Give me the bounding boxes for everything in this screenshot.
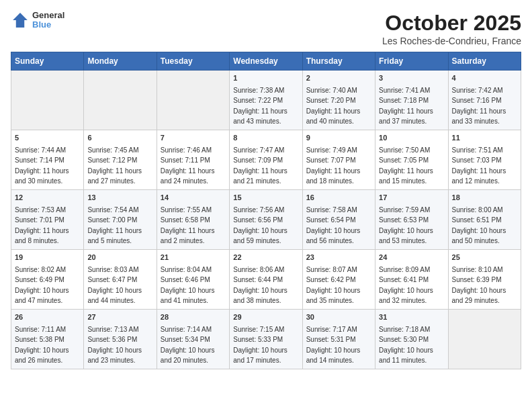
day-header-thursday: Thursday [302, 52, 375, 71]
day-cell: 30Sunrise: 7:17 AM Sunset: 5:31 PM Dayli… [302, 309, 375, 369]
day-info: Sunrise: 7:49 AM Sunset: 7:07 PM Dayligh… [306, 146, 361, 185]
day-number: 12 [15, 193, 80, 203]
day-number: 13 [87, 193, 152, 203]
day-info: Sunrise: 7:50 AM Sunset: 7:05 PM Dayligh… [379, 146, 433, 185]
day-cell [448, 309, 521, 369]
day-info: Sunrise: 7:38 AM Sunset: 7:22 PM Dayligh… [233, 87, 287, 126]
day-info: Sunrise: 7:18 AM Sunset: 5:30 PM Dayligh… [379, 326, 433, 365]
day-info: Sunrise: 8:06 AM Sunset: 6:44 PM Dayligh… [233, 266, 287, 305]
day-info: Sunrise: 8:02 AM Sunset: 6:49 PM Dayligh… [15, 266, 69, 305]
day-cell: 4Sunrise: 7:42 AM Sunset: 7:16 PM Daylig… [448, 71, 521, 130]
day-number: 3 [379, 73, 444, 84]
day-number: 27 [87, 312, 152, 323]
day-info: Sunrise: 8:03 AM Sunset: 6:47 PM Dayligh… [87, 266, 142, 305]
day-info: Sunrise: 7:44 AM Sunset: 7:14 PM Dayligh… [15, 146, 69, 185]
day-info: Sunrise: 7:56 AM Sunset: 6:56 PM Dayligh… [233, 206, 287, 245]
day-cell: 27Sunrise: 7:13 AM Sunset: 5:36 PM Dayli… [84, 309, 157, 369]
day-info: Sunrise: 8:00 AM Sunset: 6:51 PM Dayligh… [452, 206, 506, 245]
day-number: 24 [379, 253, 444, 263]
week-row-3: 12Sunrise: 7:53 AM Sunset: 7:01 PM Dayli… [11, 189, 521, 249]
day-cell: 5Sunrise: 7:44 AM Sunset: 7:14 PM Daylig… [11, 130, 84, 189]
day-info: Sunrise: 7:11 AM Sunset: 5:38 PM Dayligh… [15, 326, 69, 365]
day-info: Sunrise: 7:17 AM Sunset: 5:31 PM Dayligh… [306, 326, 361, 365]
week-row-4: 19Sunrise: 8:02 AM Sunset: 6:49 PM Dayli… [11, 249, 521, 309]
day-number: 11 [452, 133, 517, 144]
day-cell [157, 71, 229, 130]
day-cell: 23Sunrise: 8:07 AM Sunset: 6:42 PM Dayli… [302, 249, 375, 309]
day-cell: 8Sunrise: 7:47 AM Sunset: 7:09 PM Daylig… [230, 130, 302, 189]
day-info: Sunrise: 7:59 AM Sunset: 6:53 PM Dayligh… [379, 206, 433, 245]
day-info: Sunrise: 8:04 AM Sunset: 6:46 PM Dayligh… [161, 266, 215, 305]
day-header-sunday: Sunday [11, 52, 84, 71]
day-number: 4 [452, 73, 517, 84]
month-title: October 2025 [382, 11, 521, 36]
day-info: Sunrise: 7:40 AM Sunset: 7:20 PM Dayligh… [306, 87, 361, 126]
day-number: 15 [233, 193, 298, 203]
day-cell: 12Sunrise: 7:53 AM Sunset: 7:01 PM Dayli… [11, 189, 84, 249]
day-info: Sunrise: 7:13 AM Sunset: 5:36 PM Dayligh… [87, 326, 142, 365]
days-header-row: SundayMondayTuesdayWednesdayThursdayFrid… [11, 52, 521, 71]
day-info: Sunrise: 7:14 AM Sunset: 5:34 PM Dayligh… [161, 326, 215, 365]
day-number: 21 [161, 253, 226, 263]
logo-line2: Blue [32, 20, 64, 30]
day-header-saturday: Saturday [448, 52, 521, 71]
day-number: 22 [233, 253, 298, 263]
svg-marker-0 [13, 13, 28, 28]
day-cell: 16Sunrise: 7:58 AM Sunset: 6:54 PM Dayli… [302, 189, 375, 249]
day-number: 8 [233, 133, 298, 144]
day-number: 19 [15, 253, 80, 263]
day-number: 23 [306, 253, 371, 263]
day-number: 10 [379, 133, 444, 144]
logo-line1: General [32, 11, 64, 20]
day-number: 30 [306, 312, 371, 323]
day-number: 25 [452, 253, 517, 263]
day-cell: 9Sunrise: 7:49 AM Sunset: 7:07 PM Daylig… [302, 130, 375, 189]
day-info: Sunrise: 7:47 AM Sunset: 7:09 PM Dayligh… [233, 146, 287, 185]
day-number: 31 [379, 312, 444, 323]
day-cell [11, 71, 84, 130]
day-cell: 11Sunrise: 7:51 AM Sunset: 7:03 PM Dayli… [448, 130, 521, 189]
day-cell: 1Sunrise: 7:38 AM Sunset: 7:22 PM Daylig… [230, 71, 302, 130]
day-info: Sunrise: 7:46 AM Sunset: 7:11 PM Dayligh… [161, 146, 215, 185]
day-cell: 13Sunrise: 7:54 AM Sunset: 7:00 PM Dayli… [84, 189, 157, 249]
day-info: Sunrise: 8:09 AM Sunset: 6:41 PM Dayligh… [379, 266, 433, 305]
day-number: 2 [306, 73, 371, 84]
day-number: 17 [379, 193, 444, 203]
day-cell: 21Sunrise: 8:04 AM Sunset: 6:46 PM Dayli… [157, 249, 229, 309]
day-cell: 7Sunrise: 7:46 AM Sunset: 7:11 PM Daylig… [157, 130, 229, 189]
day-cell [84, 71, 157, 130]
day-number: 9 [306, 133, 371, 144]
day-cell: 26Sunrise: 7:11 AM Sunset: 5:38 PM Dayli… [11, 309, 84, 369]
day-cell: 22Sunrise: 8:06 AM Sunset: 6:44 PM Dayli… [230, 249, 302, 309]
day-number: 29 [233, 312, 298, 323]
day-number: 20 [87, 253, 152, 263]
day-cell: 3Sunrise: 7:41 AM Sunset: 7:18 PM Daylig… [375, 71, 448, 130]
day-info: Sunrise: 7:15 AM Sunset: 5:33 PM Dayligh… [233, 326, 287, 365]
day-number: 14 [161, 193, 226, 203]
location: Les Roches-de-Condrieu, France [382, 36, 521, 46]
week-row-1: 1Sunrise: 7:38 AM Sunset: 7:22 PM Daylig… [11, 71, 521, 130]
day-info: Sunrise: 7:54 AM Sunset: 7:00 PM Dayligh… [87, 206, 142, 245]
day-cell: 6Sunrise: 7:45 AM Sunset: 7:12 PM Daylig… [84, 130, 157, 189]
day-cell: 14Sunrise: 7:55 AM Sunset: 6:58 PM Dayli… [157, 189, 229, 249]
title-block: October 2025 Les Roches-de-Condrieu, Fra… [382, 11, 521, 46]
day-header-tuesday: Tuesday [157, 52, 229, 71]
day-info: Sunrise: 7:58 AM Sunset: 6:54 PM Dayligh… [306, 206, 361, 245]
day-cell: 31Sunrise: 7:18 AM Sunset: 5:30 PM Dayli… [375, 309, 448, 369]
day-header-wednesday: Wednesday [230, 52, 302, 71]
day-cell: 29Sunrise: 7:15 AM Sunset: 5:33 PM Dayli… [230, 309, 302, 369]
day-info: Sunrise: 8:07 AM Sunset: 6:42 PM Dayligh… [306, 266, 361, 305]
day-cell: 25Sunrise: 8:10 AM Sunset: 6:39 PM Dayli… [448, 249, 521, 309]
day-number: 6 [87, 133, 152, 144]
logo: General Blue [11, 11, 64, 30]
day-number: 5 [15, 133, 80, 144]
day-info: Sunrise: 7:42 AM Sunset: 7:16 PM Dayligh… [452, 87, 506, 126]
day-info: Sunrise: 7:51 AM Sunset: 7:03 PM Dayligh… [452, 146, 506, 185]
logo-text: General Blue [32, 11, 64, 30]
day-cell: 15Sunrise: 7:56 AM Sunset: 6:56 PM Dayli… [230, 189, 302, 249]
day-cell: 10Sunrise: 7:50 AM Sunset: 7:05 PM Dayli… [375, 130, 448, 189]
day-number: 7 [161, 133, 226, 144]
day-cell: 18Sunrise: 8:00 AM Sunset: 6:51 PM Dayli… [448, 189, 521, 249]
day-cell: 2Sunrise: 7:40 AM Sunset: 7:20 PM Daylig… [302, 71, 375, 130]
day-header-monday: Monday [84, 52, 157, 71]
